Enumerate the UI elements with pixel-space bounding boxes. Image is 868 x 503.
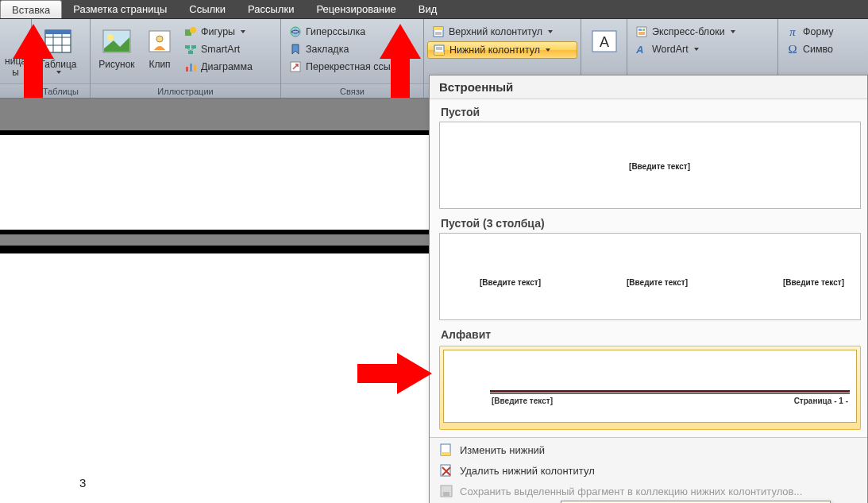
wordart-button[interactable]: A WordArt [631,41,774,57]
chevron-down-icon [56,70,62,75]
svg-rect-13 [191,45,196,48]
picture-button[interactable]: Рисунок [94,22,140,83]
shapes-button[interactable]: Фигуры [179,24,273,40]
chevron-down-icon [548,29,554,35]
tab-mailings[interactable]: Рассылки [237,0,305,18]
gallery-item-title-3col: Пустой (3 столбца) [439,212,861,233]
tab-review[interactable]: Рецензирование [305,0,407,18]
quickparts-icon [635,25,648,38]
gallery-header: Встроенный [430,75,867,99]
gallery-item-title-alphabet: Алфавит [439,323,861,344]
svg-text:A: A [635,44,646,56]
svg-text:A: A [599,34,608,50]
annotation-arrow-footer-btn [380,24,421,59]
save-icon [439,484,453,498]
pages-sub: ы [12,67,19,78]
equation-button[interactable]: π Форму [781,24,862,40]
footer-label: Нижний колонтитул [449,44,540,56]
annotation-arrow-gallery [397,353,432,394]
quickparts-label: Экспресс-блоки [652,26,725,37]
placeholder-text: [Введите текст] [480,278,541,287]
svg-rect-18 [190,64,192,72]
footer-button[interactable]: Нижний колонтитул [427,41,577,59]
quickparts-button[interactable]: Экспресс-блоки [631,24,774,40]
symbol-button[interactable]: Ω Симво [781,41,862,57]
svg-rect-41 [443,492,449,496]
svg-point-11 [190,27,196,33]
gallery-item-blank[interactable]: [Введите текст] [439,122,861,209]
tab-references[interactable]: Ссылки [178,0,237,18]
placeholder-text: [Введите текст] [783,278,844,287]
picture-icon [101,25,133,57]
prev-page-bottom [0,135,429,230]
table-label: Таблица [39,59,76,70]
tab-page-layout[interactable]: Разметка страницы [62,0,178,18]
edit-icon [439,443,453,457]
clip-label: Клип [149,59,170,70]
hyperlink-label: Гиперссылка [306,26,365,37]
svg-rect-38 [441,452,450,455]
svg-line-15 [187,48,191,51]
svg-rect-35 [638,32,645,35]
equation-label: Форму [803,26,833,37]
svg-rect-34 [642,29,645,31]
svg-rect-12 [185,45,190,48]
svg-rect-17 [186,67,188,72]
edit-footer-label: Изменить нижний [460,444,545,456]
svg-line-16 [191,48,194,51]
tabs-bar: Вставка Разметка страницы Ссылки Рассылк… [0,0,868,19]
svg-rect-23 [434,27,443,30]
smartart-label: SmartArt [201,44,240,55]
svg-rect-19 [194,65,196,72]
smartart-button[interactable]: SmartArt [179,41,273,57]
hyperlink-icon [289,25,302,38]
chart-icon [184,60,197,73]
page-indicator: Страница - 1 - [794,397,848,405]
crossref-label: Перекрестная ссылк [306,61,401,72]
placeholder-text: [Введите текст] [492,397,553,405]
textbox-button[interactable]: A [584,22,623,83]
gallery-footer: Изменить нижний Удалить нижний колонтиту… [430,437,867,503]
chart-label: Диаграмма [201,61,253,72]
gallery-list: Пустой [Введите текст] Пустой (3 столбца… [430,99,867,437]
bookmark-icon [289,43,302,56]
svg-rect-33 [638,29,642,31]
alphabet-divider [490,390,850,394]
group-illustrations: Рисунок Клип Фигуры [91,19,281,98]
workspace: 3 Встроенный Пустой [Введите текст] Пуст… [0,99,868,503]
smartart-icon [184,43,197,56]
remove-footer-button[interactable]: Удалить нижний колонтитул [430,460,867,481]
gallery-item-3col[interactable]: [Введите текст] [Введите текст] [Введите… [439,233,861,320]
clip-button[interactable]: Клип [141,22,178,83]
bookmark-label: Закладка [306,44,349,55]
tab-view[interactable]: Вид [407,0,449,18]
placeholder-text: [Введите текст] [627,278,688,287]
wordart-icon: A [635,43,648,56]
chevron-down-icon [546,48,551,53]
delete-icon [439,463,453,478]
annotation-arrow-tab [13,24,54,59]
textbox-icon: A [588,25,620,57]
header-button[interactable]: Верхний колонтитул [427,24,577,40]
chart-button[interactable]: Диаграмма [179,59,273,75]
svg-point-9 [156,36,163,42]
gallery-item-alphabet[interactable]: [Введите текст] Страница - 1 - [439,346,861,430]
save-selection-button: Сохранить выделенный фрагмент в коллекци… [430,481,867,501]
tab-insert[interactable]: Вставка [0,0,62,18]
shapes-icon [184,25,197,38]
symbol-label: Симво [803,44,833,55]
wordart-label: WordArt [652,44,689,55]
edit-footer-button[interactable]: Изменить нижний [430,439,867,460]
shapes-label: Фигуры [201,26,235,37]
equation-icon: π [786,25,799,38]
chevron-down-icon [241,29,246,35]
header-label: Верхний колонтитул [449,26,542,37]
footer-icon [433,44,446,56]
chevron-down-icon [694,47,700,52]
svg-rect-27 [434,52,444,55]
remove-footer-label: Удалить нижний колонтитул [460,465,595,477]
chevron-down-icon [731,29,736,35]
picture-label: Рисунок [98,59,134,70]
clip-icon [144,25,176,57]
footer-gallery: Встроенный Пустой [Введите текст] Пустой… [429,75,868,503]
